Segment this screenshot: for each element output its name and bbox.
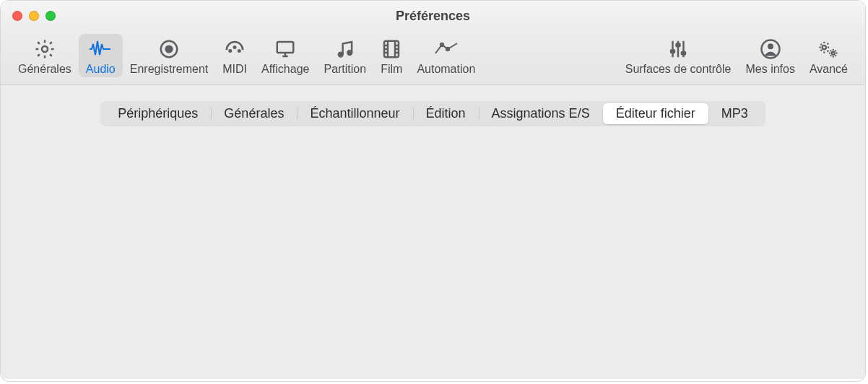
svg-point-0 bbox=[42, 46, 48, 52]
checkbox-record-normalize[interactable] bbox=[286, 219, 302, 235]
toolbar-label: Automation bbox=[417, 63, 475, 76]
row-remove: Retirer bbox=[48, 298, 818, 321]
close-icon[interactable] bbox=[12, 11, 22, 21]
choose-button[interactable]: Choisir… bbox=[740, 269, 818, 292]
tab-editing[interactable]: Édition bbox=[413, 103, 479, 124]
check-row-record-selection: Enregistrer les modifications de la séle… bbox=[286, 196, 818, 211]
svg-rect-14 bbox=[682, 52, 685, 55]
toolbar-label: Générales bbox=[18, 63, 71, 76]
toolbar-label: Mes infos bbox=[745, 63, 794, 76]
svg-rect-6 bbox=[277, 42, 294, 53]
row-external-editor: Éditeur externe d’échantillon : Choisir… bbox=[48, 269, 818, 292]
tab-sampler[interactable]: Échantillonneur bbox=[297, 103, 412, 124]
toolbar-label: MIDI bbox=[222, 63, 247, 76]
check-row-clear-undo: Effacer l’historique d’annulation à la f… bbox=[286, 173, 818, 188]
toolbar-label: Avancé bbox=[810, 63, 848, 76]
toolbar-item-control-surfaces[interactable]: Surfaces de contrôle bbox=[618, 34, 739, 77]
check-list: Avertir avant d’exécuter la fonctionnali… bbox=[286, 149, 818, 235]
tab-io-assign[interactable]: Assignations E/S bbox=[479, 103, 603, 124]
toolbar-item-my-info[interactable]: Mes infos bbox=[738, 34, 802, 77]
check-row-record-normalize: Enregistrer les opérations de normalisat… bbox=[286, 219, 818, 235]
svg-point-2 bbox=[166, 46, 173, 53]
midi-icon bbox=[224, 37, 246, 61]
svg-rect-13 bbox=[677, 44, 680, 47]
sliders-icon bbox=[667, 37, 689, 61]
gear-icon bbox=[34, 37, 56, 61]
toolbar: Générales Audio Enregistrement MIDI Affi bbox=[1, 31, 865, 85]
remove-button[interactable]: Retirer bbox=[279, 298, 343, 321]
row-undo-steps: Nombre de pas d’annulation : 5 bbox=[48, 242, 818, 263]
stepper-up-icon[interactable] bbox=[324, 248, 344, 257]
record-icon bbox=[158, 37, 180, 61]
toolbar-item-display[interactable]: Affichage bbox=[254, 34, 316, 77]
stepper-down-icon[interactable] bbox=[279, 248, 300, 257]
check-label: Enregistrer les modifications de la séle… bbox=[309, 196, 730, 211]
toolbar-label: Film bbox=[381, 63, 402, 76]
toolbar-label: Audio bbox=[86, 63, 116, 76]
toolbar-item-automation[interactable]: Automation bbox=[409, 34, 482, 77]
toolbar-label: Surfaces de contrôle bbox=[625, 63, 732, 76]
check-label: Effacer l’historique d’annulation à la f… bbox=[309, 173, 628, 188]
user-icon bbox=[760, 37, 781, 61]
toolbar-item-recording[interactable]: Enregistrement bbox=[123, 34, 216, 77]
external-editor-label: Éditeur externe d’échantillon : bbox=[48, 274, 279, 289]
automation-icon bbox=[434, 37, 459, 61]
titlebar: Préférences bbox=[1, 1, 865, 31]
audio-subtabs: Périphériques Générales Échantillonneur … bbox=[100, 101, 765, 126]
music-notes-icon bbox=[334, 37, 356, 61]
toolbar-item-audio[interactable]: Audio bbox=[79, 34, 123, 77]
gears-icon bbox=[817, 37, 840, 61]
checkbox-warn[interactable] bbox=[286, 149, 302, 165]
file-editor-panel: Avertir avant d’exécuter la fonctionnali… bbox=[27, 116, 839, 349]
undo-steps-stepper[interactable]: 5 bbox=[279, 242, 345, 263]
content-area: Périphériques Générales Échantillonneur … bbox=[1, 85, 865, 379]
film-icon bbox=[381, 37, 402, 61]
check-row-warn: Avertir avant d’exécuter la fonctionnali… bbox=[286, 149, 818, 165]
toolbar-item-midi[interactable]: MIDI bbox=[215, 34, 254, 77]
tab-mp3[interactable]: MP3 bbox=[708, 103, 761, 124]
svg-point-5 bbox=[238, 50, 240, 52]
svg-point-3 bbox=[230, 50, 232, 52]
check-label: Enregistrer les opérations de normalisat… bbox=[309, 219, 727, 235]
svg-rect-12 bbox=[671, 50, 674, 53]
undo-steps-label: Nombre de pas d’annulation : bbox=[48, 245, 279, 261]
tab-file-editor[interactable]: Éditeur fichier bbox=[603, 103, 708, 124]
svg-point-18 bbox=[832, 52, 835, 55]
toolbar-item-score[interactable]: Partition bbox=[316, 34, 373, 77]
toolbar-item-movie[interactable]: Film bbox=[373, 34, 409, 77]
toolbar-label: Affichage bbox=[261, 63, 309, 76]
minimize-icon[interactable] bbox=[29, 11, 39, 21]
svg-point-4 bbox=[234, 46, 236, 48]
toolbar-label: Partition bbox=[324, 63, 366, 76]
svg-point-17 bbox=[823, 45, 826, 49]
undo-steps-value: 5 bbox=[300, 245, 324, 260]
checkbox-record-selection[interactable] bbox=[286, 196, 302, 211]
waveform-icon bbox=[88, 37, 113, 61]
tab-general[interactable]: Générales bbox=[211, 103, 297, 124]
display-icon bbox=[274, 37, 296, 61]
svg-point-16 bbox=[768, 43, 773, 49]
toolbar-label: Enregistrement bbox=[130, 63, 209, 76]
window-title: Préférences bbox=[1, 9, 865, 24]
cursor-icon bbox=[802, 288, 817, 305]
checkbox-clear-undo[interactable] bbox=[286, 173, 302, 188]
toolbar-item-general[interactable]: Générales bbox=[11, 34, 79, 77]
toolbar-item-advanced[interactable]: Avancé bbox=[802, 34, 855, 77]
preferences-window: Préférences Générales Audio Enregistreme… bbox=[0, 0, 866, 382]
check-label: Avertir avant d’exécuter la fonctionnali… bbox=[309, 150, 750, 165]
tab-devices[interactable]: Périphériques bbox=[105, 103, 211, 124]
window-traffic-lights bbox=[12, 11, 56, 21]
zoom-icon[interactable] bbox=[45, 11, 56, 21]
external-editor-input[interactable] bbox=[287, 269, 732, 292]
